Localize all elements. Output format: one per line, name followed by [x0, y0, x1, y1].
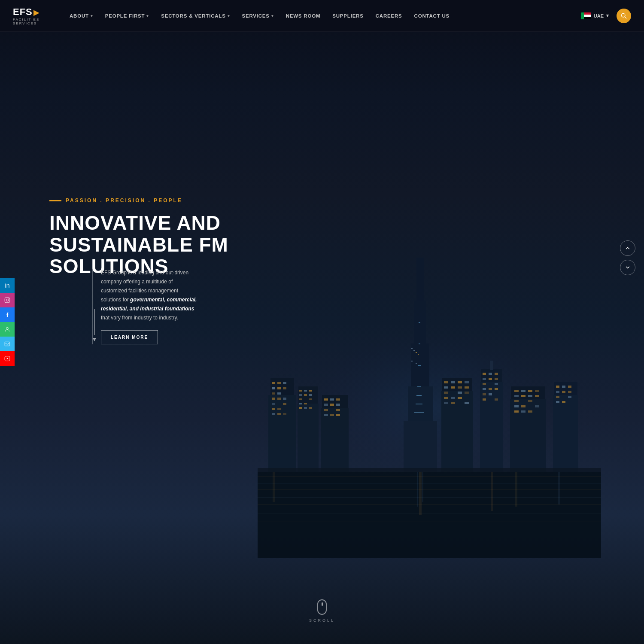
- nav-about[interactable]: ABOUT ▾: [64, 10, 98, 22]
- svg-rect-22: [277, 382, 281, 384]
- svg-rect-15: [416, 352, 417, 353]
- svg-rect-65: [330, 414, 334, 416]
- svg-rect-71: [458, 381, 462, 383]
- svg-rect-97: [483, 388, 486, 390]
- svg-rect-114: [514, 400, 519, 402]
- svg-rect-111: [521, 395, 526, 397]
- svg-rect-84: [451, 402, 455, 404]
- vertical-line-decoration: [94, 309, 95, 335]
- social-linkedin[interactable]: in: [0, 278, 15, 293]
- svg-rect-126: [568, 386, 571, 388]
- svg-rect-47: [299, 398, 302, 400]
- uae-flag-icon: [581, 12, 591, 19]
- svg-rect-148: [273, 472, 275, 502]
- learn-more-button[interactable]: LEARN MORE: [101, 330, 158, 344]
- svg-rect-143: [258, 522, 601, 522]
- search-button[interactable]: [617, 9, 631, 23]
- svg-rect-88: [490, 361, 493, 370]
- svg-rect-76: [465, 386, 469, 389]
- svg-rect-74: [451, 386, 455, 389]
- svg-rect-70: [451, 381, 455, 383]
- prev-arrow-button[interactable]: [620, 240, 635, 256]
- svg-rect-61: [336, 404, 340, 406]
- svg-rect-80: [444, 397, 448, 399]
- svg-rect-149: [515, 472, 517, 507]
- svg-rect-26: [283, 387, 286, 389]
- svg-rect-118: [535, 405, 539, 407]
- hero-title: INNOVATIVE AND SUSTAINABLE FM SOLUTIONS: [49, 212, 273, 277]
- svg-rect-153: [5, 298, 10, 303]
- svg-rect-117: [521, 405, 526, 407]
- svg-rect-87: [480, 382, 503, 472]
- social-email[interactable]: [0, 337, 15, 351]
- nav-contact[interactable]: CONTACT US: [409, 10, 455, 22]
- next-arrow-button[interactable]: [620, 260, 635, 275]
- language-selector[interactable]: UAE ▾: [577, 11, 612, 21]
- svg-rect-57: [330, 398, 334, 401]
- social-facebook[interactable]: f: [0, 307, 15, 322]
- svg-rect-142: [258, 513, 601, 513]
- social-youtube[interactable]: [0, 351, 15, 366]
- svg-rect-124: [556, 386, 559, 388]
- svg-rect-32: [272, 403, 275, 405]
- svg-rect-103: [495, 398, 498, 401]
- svg-rect-63: [336, 409, 340, 411]
- scroll-dot: [321, 602, 322, 606]
- svg-rect-43: [309, 390, 312, 392]
- svg-rect-129: [568, 391, 571, 393]
- svg-rect-29: [272, 398, 275, 400]
- svg-rect-102: [483, 398, 486, 401]
- svg-rect-82: [458, 397, 462, 399]
- svg-rect-42: [304, 390, 307, 392]
- svg-rect-123: [553, 395, 578, 472]
- svg-rect-7: [419, 343, 420, 344]
- scroll-mouse-icon: [317, 599, 327, 615]
- nav-links: ABOUT ▾ PEOPLE FIRST ▾ SECTORS & VERTICA…: [64, 10, 577, 22]
- svg-rect-13: [411, 348, 413, 349]
- svg-rect-121: [528, 410, 532, 413]
- svg-rect-92: [483, 378, 486, 380]
- svg-rect-46: [309, 394, 312, 396]
- email-icon: [4, 341, 10, 347]
- city-skyline: [258, 258, 601, 558]
- svg-rect-69: [444, 381, 448, 383]
- svg-rect-147: [491, 472, 493, 511]
- svg-rect-132: [556, 401, 559, 403]
- svg-rect-116: [514, 405, 519, 407]
- svg-rect-36: [272, 413, 275, 415]
- svg-rect-64: [324, 414, 328, 416]
- svg-rect-27: [272, 392, 275, 395]
- svg-rect-53: [309, 407, 312, 409]
- svg-rect-30: [277, 398, 281, 400]
- nav-sectors[interactable]: SECTORS & VERTICALS ▾: [156, 10, 235, 22]
- logo[interactable]: EFS▶ FACILITIES SERVICES: [13, 5, 47, 27]
- svg-rect-38: [283, 413, 286, 415]
- svg-rect-113: [535, 395, 539, 397]
- svg-rect-110: [514, 395, 519, 397]
- svg-rect-58: [336, 398, 340, 401]
- chevron-down-icon: ▾: [91, 14, 93, 18]
- nav-careers[interactable]: CAREERS: [371, 10, 407, 22]
- svg-rect-78: [458, 392, 462, 394]
- svg-rect-93: [489, 378, 492, 380]
- logo-subtitle: FACILITIES SERVICES: [13, 18, 47, 25]
- svg-rect-137: [258, 477, 601, 477]
- svg-rect-37: [277, 413, 281, 415]
- svg-rect-90: [489, 373, 492, 375]
- svg-rect-17: [411, 361, 413, 361]
- svg-rect-75: [458, 386, 462, 389]
- svg-rect-150: [558, 472, 560, 504]
- nav-newsroom[interactable]: NEWS ROOM: [281, 10, 326, 22]
- svg-rect-95: [483, 383, 486, 385]
- social-instagram[interactable]: [0, 293, 15, 307]
- svg-rect-107: [521, 390, 526, 392]
- svg-rect-41: [299, 390, 302, 392]
- svg-rect-85: [465, 402, 469, 404]
- social-profile[interactable]: [0, 322, 15, 337]
- nav-people-first[interactable]: PEOPLE FIRST ▾: [100, 10, 154, 22]
- nav-suppliers[interactable]: SUPPLIERS: [327, 10, 368, 22]
- chevron-down-icon: ▾: [228, 14, 230, 18]
- nav-services[interactable]: SERVICES ▾: [237, 10, 279, 22]
- hero-description: EFS Group is a leading and out-driven co…: [101, 268, 200, 344]
- svg-rect-73: [444, 386, 448, 389]
